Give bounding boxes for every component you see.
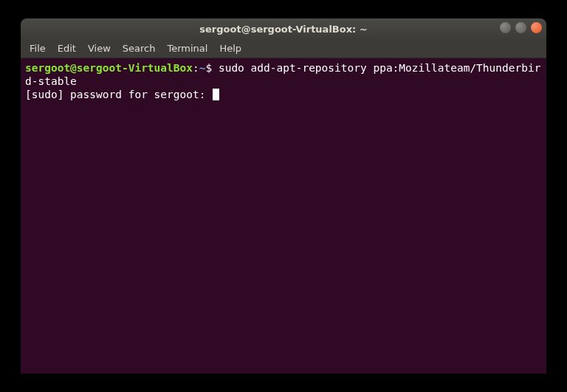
output-line: [sudo] password for sergoot: — [25, 88, 542, 101]
menu-terminal[interactable]: Terminal — [161, 40, 213, 57]
minimize-button[interactable] — [500, 22, 511, 33]
close-button[interactable] — [531, 22, 542, 33]
cursor — [213, 89, 219, 100]
prompt-line: sergoot@sergoot-VirtualBox:~$ sudo add-a… — [25, 61, 542, 88]
terminal-window: sergoot@sergoot-VirtualBox: ~ File Edit … — [21, 18, 546, 374]
menu-help[interactable]: Help — [213, 40, 247, 57]
prompt-dollar: $ — [205, 62, 218, 74]
titlebar: sergoot@sergoot-VirtualBox: ~ — [21, 18, 546, 39]
menu-view[interactable]: View — [82, 40, 117, 57]
window-title: sergoot@sergoot-VirtualBox: ~ — [21, 24, 546, 35]
menu-edit[interactable]: Edit — [52, 40, 82, 57]
window-controls — [500, 22, 542, 33]
menubar: File Edit View Search Terminal Help — [21, 39, 546, 58]
prompt-user: sergoot@sergoot-VirtualBox — [25, 62, 193, 74]
prompt-colon: : — [193, 62, 199, 74]
maximize-button[interactable] — [515, 22, 526, 33]
menu-search[interactable]: Search — [117, 40, 162, 57]
terminal-area[interactable]: sergoot@sergoot-VirtualBox:~$ sudo add-a… — [21, 58, 546, 374]
menu-file[interactable]: File — [24, 40, 52, 57]
sudo-password-prompt: [sudo] password for sergoot: — [25, 89, 212, 100]
